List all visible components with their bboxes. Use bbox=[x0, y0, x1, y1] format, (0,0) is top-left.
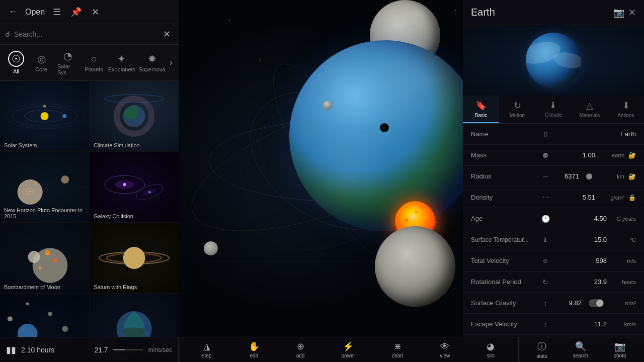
sim-label: sim bbox=[487, 353, 495, 358]
stats-icon: ⓘ bbox=[537, 340, 546, 352]
more-categories-arrow[interactable]: › bbox=[168, 57, 175, 68]
property-surface-temp: Surface Temperatur... 🌡 15.0 °C bbox=[463, 229, 644, 250]
scenario-saturn[interactable]: Saturn with Rings bbox=[90, 223, 179, 293]
svg-point-32 bbox=[62, 326, 68, 332]
tab-materials[interactable]: △ Materials bbox=[572, 96, 608, 123]
motion-icon: ↻ bbox=[514, 100, 521, 111]
list-view-button[interactable]: ☰ bbox=[50, 5, 64, 19]
playback-controls: ▮▮ 2.10 hours 21.7 mins/sec bbox=[0, 337, 179, 362]
tab-basic-label: Basic bbox=[475, 113, 487, 118]
power-label: power bbox=[342, 353, 355, 358]
prop-value-name: Earth bbox=[554, 130, 636, 138]
step-label: step bbox=[202, 353, 212, 358]
back-button[interactable]: ← bbox=[6, 5, 20, 19]
step-icon: ◮ bbox=[203, 341, 210, 352]
prop-unit-total-velocity: m/s bbox=[611, 258, 636, 264]
edit-icon: ✋ bbox=[249, 341, 260, 352]
right-tools: ⓘ stats 🔍 search 📷 photo bbox=[518, 337, 644, 362]
power-button[interactable]: ⚡ power bbox=[338, 339, 359, 360]
prop-unit-mass: earth bbox=[599, 152, 624, 158]
scenario-galaxy[interactable]: Galaxy Collision bbox=[90, 152, 179, 222]
gravity-toggle[interactable] bbox=[589, 299, 604, 307]
tab-motion-label: Motion bbox=[510, 113, 525, 118]
name-copy-icon[interactable]: ▯ bbox=[540, 130, 550, 138]
svg-point-21 bbox=[28, 251, 40, 263]
tab-actions[interactable]: ⬇ Actions bbox=[608, 96, 644, 123]
prop-value-age: 4.50 bbox=[554, 215, 607, 222]
moon-left bbox=[204, 241, 218, 255]
photo-button[interactable]: 📷 photo bbox=[609, 339, 630, 360]
add-button[interactable]: ⊕ add bbox=[292, 339, 309, 360]
prop-unit-age: G years bbox=[611, 216, 636, 222]
rotation-icon: ↻ bbox=[540, 278, 550, 286]
density-lock-icon[interactable]: 🔒 bbox=[628, 194, 636, 201]
tool-buttons: ◮ step ✋ edit ⊕ add ⚡ power ⋇ chart 👁 vi… bbox=[179, 337, 518, 362]
svg-point-22 bbox=[45, 250, 50, 255]
svg-point-0 bbox=[41, 112, 49, 120]
mass-icon: ⚈ bbox=[540, 151, 550, 159]
photo-icon: 📷 bbox=[614, 341, 625, 352]
prop-value-surface-gravity: 9.82 bbox=[554, 299, 582, 307]
stats-button[interactable]: ⓘ stats bbox=[532, 339, 551, 360]
speed-slider[interactable] bbox=[113, 349, 143, 350]
power-icon: ⚡ bbox=[343, 341, 354, 352]
tab-motion[interactable]: ↻ Motion bbox=[499, 96, 535, 123]
mass-lock-icon[interactable]: 🔐 bbox=[628, 152, 636, 159]
svg-point-31 bbox=[48, 312, 52, 316]
scenario-label-saturn: Saturn with Rings bbox=[94, 284, 137, 290]
close-sidebar-button[interactable]: ✕ bbox=[88, 5, 102, 19]
step-button[interactable]: ◮ step bbox=[198, 339, 216, 360]
tab-planets[interactable]: ○ Planets bbox=[82, 51, 106, 74]
speed-value: 21.7 bbox=[94, 346, 108, 354]
prop-unit-surface-temp: °C bbox=[611, 237, 636, 243]
property-mass: Mass ⚈ 1.00 earth 🔐 bbox=[463, 145, 644, 166]
tab-supernova[interactable]: ✸ Supernova bbox=[137, 51, 167, 74]
radius-lock-icon[interactable]: 🔐 bbox=[628, 173, 636, 180]
scenario-climate-sim[interactable]: Climate Simulation bbox=[90, 81, 179, 151]
scenario-grid: Solar System Climate Simulation ☉ bbox=[0, 81, 179, 362]
chart-button[interactable]: ⋇ chart bbox=[388, 339, 407, 360]
sim-button[interactable]: ◕ sim bbox=[482, 339, 499, 360]
thermometer-icon: 🌡 bbox=[549, 100, 558, 111]
prop-label-name: Name bbox=[471, 130, 536, 138]
svg-point-4 bbox=[62, 114, 66, 118]
scenario-label-climate: Climate Simulation bbox=[94, 142, 140, 148]
tab-climate[interactable]: 🌡 Climate bbox=[535, 96, 572, 123]
tab-all[interactable]: ☉ All bbox=[4, 49, 28, 76]
pin-button[interactable]: 📌 bbox=[69, 5, 83, 19]
tab-core[interactable]: ◎ Core bbox=[29, 51, 53, 74]
viewport[interactable] bbox=[179, 0, 463, 337]
bottom-bar: ▮▮ 2.10 hours 21.7 mins/sec ◮ step ✋ edi… bbox=[0, 337, 644, 362]
tab-actions-label: Actions bbox=[618, 113, 634, 118]
tab-solar[interactable]: ◔ Solar Sys bbox=[54, 48, 80, 77]
scenario-label-moon: Bombardment of Moon bbox=[4, 284, 60, 290]
scenario-label-galaxy: Galaxy Collision bbox=[94, 213, 133, 219]
scenario-pluto[interactable]: ☉ New Horizon Pluto Encounter in 2015 bbox=[0, 152, 89, 222]
property-density: Density ⚬⚬ 5.51 g/cm³ 🔒 bbox=[463, 187, 644, 208]
actions-icon: ⬇ bbox=[622, 100, 630, 111]
pause-button[interactable]: ▮▮ bbox=[6, 344, 16, 355]
search-input[interactable] bbox=[14, 30, 155, 38]
edit-label: edit bbox=[250, 353, 258, 358]
svg-point-12 bbox=[61, 175, 69, 184]
tab-exoplanets[interactable]: ✦ Exoplanets bbox=[107, 51, 136, 74]
property-rotational-period: Rotational Period ↻ 23.9 hours bbox=[463, 272, 644, 293]
clear-search-button[interactable]: ✕ bbox=[159, 27, 174, 41]
radius-slider[interactable] bbox=[586, 173, 592, 179]
age-icon: 🕐 bbox=[540, 215, 550, 223]
edit-button[interactable]: ✋ edit bbox=[245, 339, 264, 360]
search-bar: ☌ ✕ bbox=[0, 24, 179, 45]
speed-unit: mins/sec bbox=[148, 346, 172, 353]
view-button[interactable]: 👁 view bbox=[436, 340, 454, 360]
scenario-solar-system[interactable]: Solar System bbox=[0, 81, 89, 151]
search-button[interactable]: 🔍 search bbox=[569, 339, 592, 360]
panel-close-button[interactable]: ✕ bbox=[628, 7, 636, 18]
properties-list: Name ▯ Earth Mass ⚈ 1.00 earth 🔐 Radius … bbox=[463, 124, 644, 337]
sim-icon: ◕ bbox=[487, 341, 495, 352]
tab-basic[interactable]: 🔖 Basic bbox=[463, 96, 499, 123]
prop-unit-surface-gravity: m/s² bbox=[611, 300, 636, 306]
panel-image-button[interactable]: 📷 bbox=[613, 7, 624, 18]
search-icon: ☌ bbox=[5, 30, 10, 39]
property-total-velocity: Total Velocity ⊛ 598 m/s bbox=[463, 250, 644, 272]
scenario-moon-bomb[interactable]: Bombardment of Moon bbox=[0, 223, 89, 293]
